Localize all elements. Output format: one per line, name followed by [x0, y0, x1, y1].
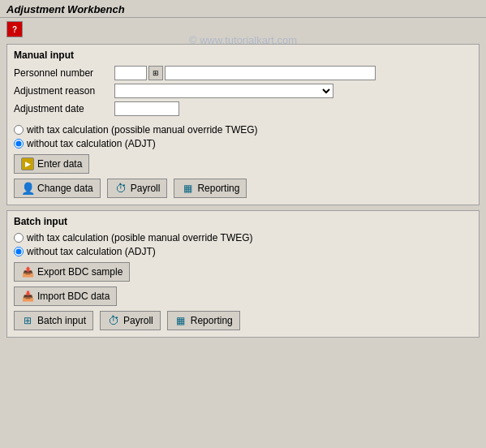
manual-reporting-label: Reporting: [197, 183, 239, 194]
personnel-number-input-group: ⊞: [114, 66, 376, 80]
batch-reporting-icon: ▦: [174, 314, 187, 327]
manual-radio-without-tax: without tax calculation (ADJT): [14, 138, 472, 149]
export-bdc-button[interactable]: 📤 Export BDC sample: [14, 262, 130, 282]
manual-payroll-icon: ⏱: [114, 182, 127, 195]
export-btn-row: 📤 Export BDC sample: [14, 262, 472, 282]
change-data-label: Change data: [37, 183, 93, 194]
batch-with-tax-label: with tax calculation (posible manual ove…: [27, 232, 253, 243]
batch-payroll-label: Payroll: [123, 315, 153, 326]
manual-enter-btn-row: ▶ Enter data: [14, 154, 472, 174]
change-data-button[interactable]: 👤 Change data: [14, 179, 101, 198]
batch-section-title: Batch input: [14, 216, 472, 227]
personnel-number-row: Personnel number ⊞: [14, 66, 472, 80]
adjustment-reason-row: Adjustment reason: [14, 84, 472, 98]
title-bar: Adjustment Workbench: [0, 0, 486, 18]
window-title: Adjustment Workbench: [6, 3, 125, 15]
adjustment-reason-label: Adjustment reason: [14, 85, 111, 97]
batch-reporting-label: Reporting: [191, 315, 233, 326]
manual-reporting-icon: ▦: [181, 182, 194, 195]
adjustment-date-input[interactable]: [114, 101, 179, 116]
manual-with-tax-label: with tax calculation (possible manual ov…: [27, 124, 258, 136]
export-bdc-icon: 📤: [21, 265, 34, 278]
batch-input-section: Batch input with tax calculation (posibl…: [6, 210, 480, 338]
batch-radio-without-tax: without tax calculation (ADJT): [14, 246, 472, 257]
enter-data-icon: ▶: [21, 157, 34, 170]
manual-section-title: Manual input: [14, 50, 472, 61]
enter-data-label: Enter data: [37, 158, 82, 170]
batch-with-tax-radio[interactable]: [14, 233, 24, 243]
adjustment-date-row: Adjustment date: [14, 101, 472, 116]
import-btn-row: 📥 Import BDC data: [14, 286, 472, 306]
batch-input-icon: ⊞: [21, 314, 34, 327]
batch-input-label: Batch input: [37, 315, 86, 326]
batch-input-button[interactable]: ⊞ Batch input: [14, 311, 93, 330]
batch-payroll-button[interactable]: ⏱ Payroll: [100, 311, 161, 330]
personnel-number-label: Personnel number: [14, 67, 111, 79]
change-data-icon: 👤: [21, 182, 34, 195]
import-bdc-label: Import BDC data: [37, 291, 110, 302]
help-icon[interactable]: ?: [6, 21, 23, 37]
batch-reporting-button[interactable]: ▦ Reporting: [167, 311, 240, 330]
batch-without-tax-label: without tax calculation (ADJT): [27, 246, 156, 257]
manual-radio-with-tax: with tax calculation (possible manual ov…: [14, 124, 472, 136]
adjustment-date-label: Adjustment date: [14, 103, 111, 114]
manual-payroll-button[interactable]: ⏱ Payroll: [107, 179, 168, 198]
manual-with-tax-radio[interactable]: [14, 125, 24, 135]
manual-without-tax-label: without tax calculation (ADJT): [27, 138, 156, 149]
batch-payroll-icon: ⏱: [107, 314, 120, 327]
manual-payroll-label: Payroll: [131, 183, 161, 194]
import-bdc-button[interactable]: 📥 Import BDC data: [14, 286, 117, 306]
manual-reporting-button[interactable]: ▦ Reporting: [174, 179, 247, 198]
export-bdc-label: Export BDC sample: [37, 266, 123, 278]
personnel-number-name-input[interactable]: [165, 66, 376, 80]
adjustment-reason-select[interactable]: [114, 84, 333, 98]
personnel-number-lookup-btn[interactable]: ⊞: [148, 66, 163, 80]
enter-data-button[interactable]: ▶ Enter data: [14, 154, 89, 174]
batch-action-row: ⊞ Batch input ⏱ Payroll ▦ Reporting: [14, 311, 472, 330]
manual-without-tax-radio[interactable]: [14, 139, 24, 149]
import-bdc-icon: 📥: [21, 290, 34, 303]
batch-without-tax-radio[interactable]: [14, 247, 24, 256]
manual-action-row: 👤 Change data ⏱ Payroll ▦ Reporting: [14, 179, 472, 198]
personnel-number-input[interactable]: [114, 66, 147, 80]
manual-input-section: Manual input Personnel number ⊞ Adjustme…: [6, 44, 480, 205]
batch-radio-with-tax: with tax calculation (posible manual ove…: [14, 232, 472, 243]
toolbar: ? © www.tutorialkart.com: [0, 18, 486, 41]
